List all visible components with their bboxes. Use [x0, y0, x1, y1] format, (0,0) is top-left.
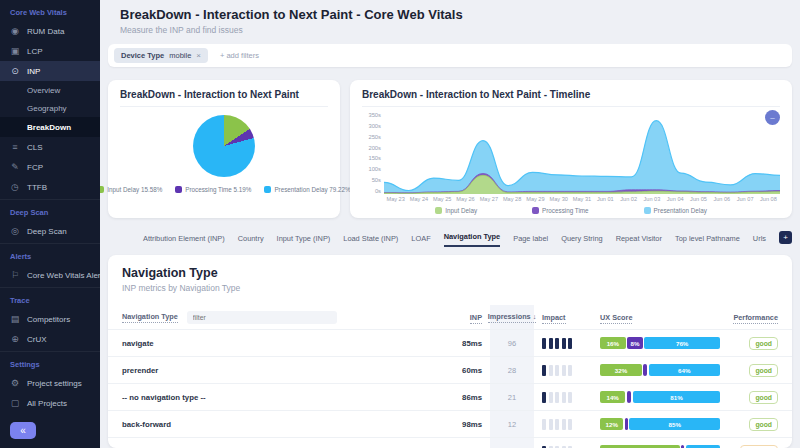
x-tick-label: May 31 — [570, 196, 593, 202]
column-header-inp[interactable]: INP — [426, 313, 482, 322]
collapse-icon: « — [20, 425, 26, 436]
sidebar-item-crux[interactable]: ⊕CrUX — [0, 329, 100, 349]
table-row-navigate[interactable]: navigate85ms9616%8%76%good — [108, 329, 792, 356]
performance-badge: good — [749, 364, 778, 377]
row-ux-score-bar: 12%85% — [600, 418, 720, 430]
timeline-legend-item: Processing Time — [532, 207, 589, 214]
sidebar-item-inp[interactable]: ⊙INP — [0, 61, 100, 81]
sidebar-item-core-web-vitals-alerts[interactable]: ⚐Core Web Vitals Alerts — [0, 265, 100, 285]
gear-icon: ⚙ — [10, 378, 20, 388]
layout-shift-icon: ≡ — [10, 142, 20, 152]
timeline-legend-item: Input Delay — [435, 207, 477, 214]
x-tick-label: May 27 — [477, 196, 500, 202]
tab-loaf[interactable]: LOAF — [411, 234, 430, 247]
legend-swatch — [435, 207, 442, 214]
device-type-filter-chip[interactable]: Device Type mobile × — [114, 48, 208, 63]
impact-bar — [562, 338, 566, 349]
sidebar-item-deep-scan[interactable]: ◎Deep Scan — [0, 221, 100, 241]
table-row-prerender[interactable]: prerender60ms2832%64%good — [108, 356, 792, 383]
row-ux-score-bar: 14%81% — [600, 391, 720, 403]
sidebar-item-lcp[interactable]: ▣LCP — [0, 41, 100, 61]
row-impressions-cell: 96 — [490, 330, 534, 356]
legend-label: Presentation Delay — [654, 207, 707, 214]
y-tick-label: 150s — [368, 155, 381, 161]
row-performance-cell: good — [728, 337, 778, 350]
table-row-no-navigation-type[interactable]: -- no navigation type --86ms2114%81%good — [108, 383, 792, 410]
y-tick-label: 250s — [368, 134, 381, 140]
x-tick-label: Jun 05 — [687, 196, 710, 202]
performance-badge: good — [749, 418, 778, 431]
main-content: BreakDown - Interaction to Next Paint - … — [100, 0, 800, 448]
tab-navigation-type[interactable]: Navigation Type — [444, 232, 501, 247]
column-header-navigation-type: Navigation Type — [122, 311, 418, 324]
column-header-impact[interactable]: Impact — [542, 313, 592, 322]
tab-urls[interactable]: Urls — [753, 234, 766, 247]
column-header-ux-score[interactable]: UX Score — [600, 313, 720, 322]
ux-segment-green: 12% — [600, 418, 623, 430]
inp-breakdown-pie-chart — [193, 115, 255, 177]
row-name: back-forward — [122, 420, 418, 429]
column-header-performance[interactable]: Performance — [728, 313, 778, 322]
ux-segment-purple — [627, 391, 632, 403]
ux-segment-purple: 8% — [627, 337, 643, 349]
sidebar-item-cls[interactable]: ≡CLS — [0, 137, 100, 157]
tab-page-label[interactable]: Page label — [513, 234, 548, 247]
row-impressions-value: 28 — [508, 366, 516, 375]
row-impressions-value: 12 — [508, 420, 516, 429]
sidebar-item-rum-data[interactable]: ◉RUM Data — [0, 21, 100, 41]
tab-query-string[interactable]: Query String — [561, 234, 603, 247]
sidebar-item-geography[interactable]: Geography — [0, 99, 100, 117]
y-tick-label: 50s — [372, 177, 381, 183]
sidebar-item-breakdown[interactable]: BreakDown — [0, 117, 100, 137]
row-impact-bars — [542, 392, 592, 403]
impact-bar — [542, 365, 546, 376]
add-filters-button[interactable]: + add filters — [220, 51, 259, 60]
row-impact-bars — [542, 338, 592, 349]
timeline-chart-card: BreakDown - Interaction to Next Paint - … — [350, 80, 792, 218]
filter-chip-label: Device Type — [121, 51, 164, 60]
pie-legend-item: Input Delay 15.58% — [100, 186, 162, 193]
ux-segment-blue: 64% — [649, 364, 720, 376]
tabs-overflow-badge[interactable]: + — [779, 231, 792, 244]
person-icon: ◉ — [10, 26, 20, 36]
impact-bar — [542, 338, 546, 349]
tab-attribution-element-inp[interactable]: Attribution Element (INP) — [143, 234, 225, 247]
sidebar-item-overview[interactable]: Overview — [0, 81, 100, 99]
pie-card-title: BreakDown - Interaction to Next Paint — [120, 89, 328, 107]
table-row-back-forward[interactable]: back-forward98ms1212%85%good — [108, 410, 792, 437]
table-row-reload[interactable]: reload233ms775%24%improve — [108, 437, 792, 448]
row-impressions-cell: 21 — [490, 384, 534, 410]
timeline-card-title: BreakDown - Interaction to Next Paint - … — [362, 89, 780, 107]
sidebar-collapse-button[interactable]: « — [10, 422, 36, 439]
remove-filter-icon[interactable]: × — [196, 51, 201, 60]
sidebar-item-fcp[interactable]: ✎FCP — [0, 157, 100, 177]
sidebar-section-label: Core Web Vitals — [0, 0, 100, 21]
sidebar-item-ttfb[interactable]: ◷TTFB — [0, 177, 100, 197]
sidebar-item-competitors[interactable]: ▤Competitors — [0, 309, 100, 329]
sidebar-item-project-settings[interactable]: ⚙Project settings — [0, 373, 100, 393]
sidebar-item-label: LCP — [27, 47, 43, 56]
filter-input[interactable] — [187, 311, 337, 324]
sidebar-item-label: Project settings — [27, 379, 82, 388]
sidebar-item-label: FCP — [27, 163, 43, 172]
column-header-label[interactable]: Navigation Type — [122, 312, 178, 323]
table-subtitle: INP metrics by Navigation Type — [108, 280, 792, 293]
column-header-impressions[interactable]: Impressions ↓ — [490, 305, 534, 329]
x-tick-label: May 25 — [431, 196, 454, 202]
tab-country[interactable]: Country — [238, 234, 264, 247]
tab-top-level-pathname[interactable]: Top level Pathname — [675, 234, 740, 247]
sidebar-item-label: All Projects — [27, 399, 67, 408]
app-window: Core Web Vitals◉RUM Data▣LCP⊙INPOverview… — [0, 0, 800, 448]
timeline-legend: Input DelayProcessing TimePresentation D… — [362, 207, 780, 214]
pie-legend: Input Delay 15.58%Processing Time 5.19%P… — [120, 186, 328, 193]
chart-annotation-button[interactable]: – — [765, 110, 780, 125]
x-tick-label: Jun 08 — [757, 196, 780, 202]
table-header-row: Navigation TypeINPImpressions ↓ImpactUX … — [108, 305, 792, 329]
sidebar-item-all-projects[interactable]: ▢All Projects — [0, 393, 100, 413]
sidebar-section-label: Deep Scan — [0, 200, 100, 221]
x-tick-label: May 30 — [547, 196, 570, 202]
tab-load-state-inp[interactable]: Load State (INP) — [343, 234, 398, 247]
tab-repeat-visitor[interactable]: Repeat Visitor — [616, 234, 662, 247]
tab-input-type-inp[interactable]: Input Type (INP) — [277, 234, 331, 247]
impact-bar — [549, 365, 553, 376]
